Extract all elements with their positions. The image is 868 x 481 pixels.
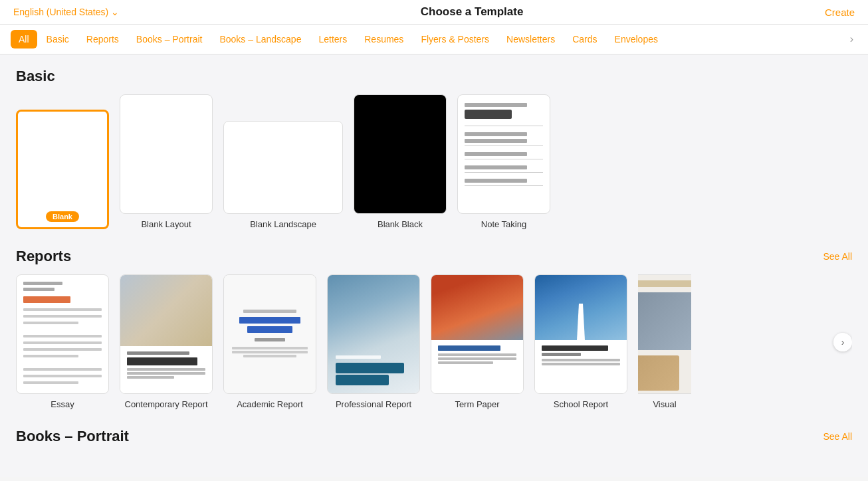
- note-line-3: [465, 159, 543, 159]
- tab-basic[interactable]: Basic: [39, 30, 77, 48]
- template-academic-report[interactable]: Academic Report: [223, 274, 316, 409]
- contemporary-line1: [127, 351, 189, 355]
- contemporary-text: [120, 346, 212, 385]
- essay-line-7: [23, 355, 78, 357]
- template-blank-layout-label: Blank Layout: [141, 219, 191, 229]
- template-contemporary-label: Contemporary Report: [125, 399, 208, 409]
- essay-line-4: [23, 335, 102, 337]
- template-blank-thumb: Blank: [16, 110, 109, 229]
- template-blank-layout-thumb: [120, 94, 213, 214]
- note-line-2: [465, 145, 543, 146]
- contemporary-body-3: [127, 376, 174, 379]
- template-term-label: Term Paper: [455, 399, 499, 409]
- school-sub: [542, 353, 581, 356]
- note-meta: [465, 103, 527, 107]
- tab-letters[interactable]: Letters: [310, 30, 355, 48]
- reports-section-title: Reports: [16, 248, 71, 265]
- template-school-thumb: [534, 274, 627, 394]
- reports-row-chevron-right[interactable]: ›: [833, 333, 852, 351]
- template-professional-label: Professional Report: [336, 399, 411, 409]
- tab-all[interactable]: All: [11, 30, 37, 48]
- contemporary-preview: [120, 275, 212, 393]
- template-term-paper[interactable]: Term Paper: [431, 274, 524, 409]
- reports-see-all-button[interactable]: See All: [823, 251, 852, 262]
- note-taking-preview: [458, 95, 550, 213]
- essay-preview: [17, 275, 108, 393]
- tab-envelopes[interactable]: Envelopes: [607, 30, 666, 48]
- essay-line-1: [23, 308, 102, 311]
- note-body-4: [465, 165, 527, 169]
- essay-line-5: [23, 341, 102, 344]
- tab-resumes[interactable]: Resumes: [356, 30, 411, 48]
- essay-line-8: [23, 368, 102, 371]
- term-image: [431, 275, 523, 340]
- visual-img2: [638, 355, 679, 391]
- tab-books-portrait[interactable]: Books – Portrait: [128, 30, 211, 48]
- tab-flyers-posters[interactable]: Flyers & Posters: [413, 30, 497, 48]
- school-line-2: [542, 363, 620, 365]
- template-visual[interactable]: Visual: [638, 274, 691, 409]
- template-essay-thumb: [16, 274, 109, 394]
- basic-section-title: Basic: [16, 68, 55, 85]
- tab-reports[interactable]: Reports: [78, 30, 127, 48]
- note-body-1: [465, 132, 527, 136]
- books-portrait-section: Books – Portrait See All: [16, 428, 852, 445]
- essay-line-9: [23, 375, 102, 377]
- main-content: Basic Blank Blank Layout Blank Landscape: [0, 54, 868, 477]
- template-blank-layout[interactable]: Blank Layout: [120, 94, 213, 229]
- tabs-chevron-right-icon[interactable]: ›: [846, 31, 857, 48]
- template-essay[interactable]: Essay: [16, 274, 109, 409]
- create-button[interactable]: Create: [825, 7, 855, 18]
- template-note-taking[interactable]: Note Taking: [457, 94, 550, 229]
- template-visual-label: Visual: [653, 399, 676, 409]
- reports-template-row: Essay Contempora: [16, 274, 852, 409]
- academic-title2: [247, 326, 292, 333]
- template-contemporary-report[interactable]: Contemporary Report: [120, 274, 213, 409]
- tab-cards[interactable]: Cards: [564, 30, 605, 48]
- visual-top: [638, 280, 691, 287]
- school-text: [535, 340, 627, 372]
- term-line-1: [438, 353, 516, 356]
- professional-preview: [328, 275, 419, 393]
- note-body-2: [465, 139, 527, 143]
- template-blank-landscape[interactable]: Blank Landscape: [223, 121, 343, 229]
- chevron-down-icon: ⌄: [111, 7, 119, 17]
- term-preview: [431, 275, 523, 393]
- contemporary-image: [120, 275, 212, 346]
- template-professional-report[interactable]: Professional Report: [327, 274, 420, 409]
- category-tabs: All Basic Reports Books – Portrait Books…: [0, 25, 868, 54]
- page-title: Choose a Template: [421, 5, 524, 19]
- reports-section-header: Reports See All: [16, 248, 852, 265]
- template-note-taking-label: Note Taking: [481, 219, 526, 229]
- academic-body-1: [232, 347, 308, 349]
- books-portrait-see-all-button[interactable]: See All: [823, 431, 852, 442]
- academic-body-3: [243, 355, 296, 357]
- academic-sub: [255, 338, 285, 341]
- template-blank-black[interactable]: Blank Black: [354, 94, 447, 229]
- template-school-report[interactable]: School Report: [534, 274, 627, 409]
- top-bar: English (United States) ⌄ Choose a Templ…: [0, 0, 868, 25]
- pro-title1: [336, 363, 404, 373]
- tab-newsletters[interactable]: Newsletters: [498, 30, 563, 48]
- contemporary-body-1: [127, 368, 205, 371]
- term-text: [431, 340, 523, 371]
- essay-line-6: [23, 348, 102, 351]
- essay-line-2: [23, 315, 102, 318]
- note-line-5: [465, 185, 543, 186]
- essay-meta: [23, 282, 62, 285]
- template-blank-landscape-thumb: [223, 121, 343, 214]
- academic-title: [239, 317, 300, 324]
- school-line-1: [542, 359, 620, 361]
- selected-badge: Blank: [46, 211, 79, 222]
- pro-title2: [336, 375, 389, 385]
- language-selector[interactable]: English (United States) ⌄: [13, 7, 119, 17]
- template-term-thumb: [431, 274, 524, 394]
- tab-books-landscape[interactable]: Books – Landscape: [211, 30, 309, 48]
- school-title: [542, 345, 608, 351]
- template-blank[interactable]: Blank: [16, 110, 109, 229]
- template-school-label: School Report: [554, 399, 608, 409]
- books-portrait-section-title: Books – Portrait: [16, 428, 129, 445]
- language-label: English (United States): [13, 7, 108, 17]
- school-preview: [535, 275, 627, 393]
- academic-body-2: [232, 351, 308, 353]
